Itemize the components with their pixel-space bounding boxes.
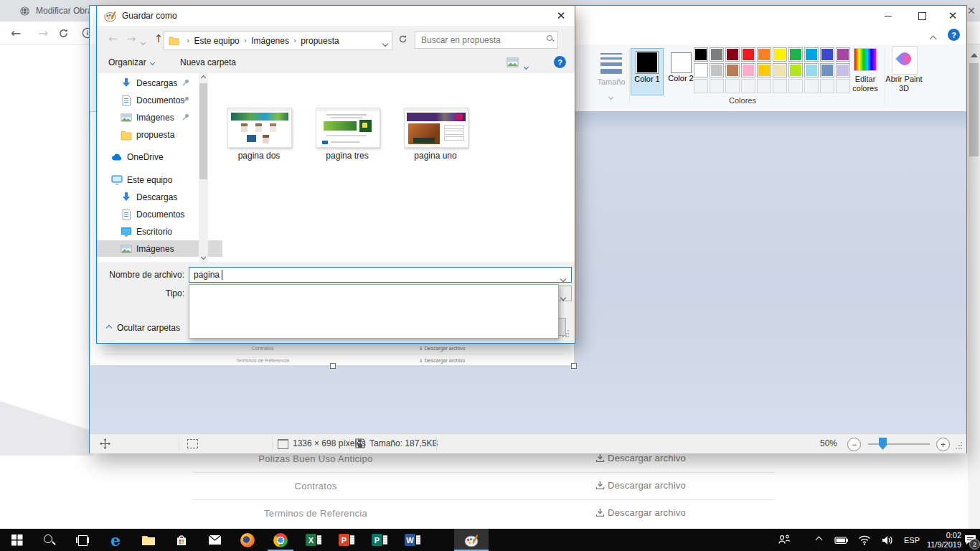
nav-forward-button[interactable]: → [123,30,140,47]
palette-color[interactable] [758,64,771,77]
dialog-close-button[interactable]: ✕ [547,6,575,26]
people-button[interactable] [772,529,796,551]
paint-taskbar-button[interactable] [454,529,489,551]
breadcrumb-item[interactable]: propuesta [301,36,339,46]
file-name[interactable]: pagina dos [220,151,298,161]
breadcrumb-dropdown-icon[interactable] [383,38,387,48]
zoom-out-button[interactable]: − [847,438,861,451]
palette-color[interactable] [773,64,786,77]
sidebar-item-onedrive[interactable]: OneDrive [97,149,213,165]
excel-button[interactable]: X [299,529,328,551]
scroll-up-arrow[interactable] [971,53,978,57]
edge-button[interactable]: e [101,529,130,551]
color2-button[interactable]: Color 2 [665,49,697,95]
nav-back-button[interactable]: ← [104,30,121,47]
palette-color[interactable] [742,64,755,77]
palette-color[interactable] [805,48,818,61]
file-thumbnail-pagina-uno[interactable] [404,108,468,148]
view-options-dropdown-icon[interactable] [524,61,528,71]
palette-empty-slot[interactable] [726,80,739,93]
palette-color[interactable] [821,48,834,61]
breadcrumb-item[interactable]: Imágenes [251,36,289,46]
maximize-button[interactable] [905,6,938,26]
file-thumbnail-pagina-tres[interactable] [316,108,380,148]
browser-scrollbar[interactable] [968,44,980,529]
palette-color[interactable] [821,64,834,77]
task-view-button[interactable] [68,529,97,551]
download-link[interactable]: Descargar archivo [580,480,702,491]
filename-suggestions-dropdown[interactable] [189,284,559,339]
file-explorer-button[interactable] [134,529,163,551]
palette-color[interactable] [758,48,771,61]
refresh-button[interactable] [394,30,411,47]
canvas-resize-handle-bottom[interactable] [330,363,336,369]
browser-forward-button[interactable]: → [35,25,51,41]
scrollbar-thumb[interactable] [199,83,207,179]
palette-color[interactable] [773,48,786,61]
chrome-button[interactable] [266,529,295,551]
filename-dropdown-icon[interactable] [561,273,565,283]
mail-button[interactable] [200,529,229,551]
taskbar-search-button[interactable] [35,529,64,551]
start-button[interactable] [2,529,31,551]
palette-color[interactable] [694,48,707,61]
breadcrumb[interactable]: › Este equipo › Imágenes › propuesta [164,31,392,50]
palette-color[interactable] [726,64,739,77]
search-input[interactable] [420,33,541,47]
palette-empty-slot[interactable] [789,80,802,93]
powerpoint-button[interactable]: P [332,529,361,551]
new-folder-button[interactable]: Nueva carpeta [180,57,236,67]
publisher-button[interactable]: P [365,529,394,551]
type-dropdown-icon[interactable] [561,292,565,302]
view-options-icon[interactable] [507,57,519,67]
breadcrumb-item[interactable]: Este equipo [194,36,239,46]
browser-close-button[interactable]: ✕ [967,0,980,22]
close-button[interactable]: ✕ [939,6,966,26]
download-link[interactable]: Descargar archivo [580,453,702,463]
language-indicator[interactable]: ESP [900,529,924,551]
sidebar-item-este-equipo[interactable]: Este equipo [97,171,213,188]
palette-color[interactable] [789,64,802,77]
word-button[interactable]: W [398,529,427,551]
palette-empty-slot[interactable] [694,80,707,93]
palette-color[interactable] [710,64,723,77]
file-name[interactable]: pagina tres [308,151,387,161]
browser-back-button[interactable]: ← [8,25,24,41]
minimize-button[interactable] [872,6,905,26]
browser-reload-button[interactable] [55,25,71,41]
palette-color[interactable] [726,48,739,61]
palette-color[interactable] [805,64,818,77]
file-name[interactable]: pagina uno [396,151,475,161]
canvas-resize-handle-corner[interactable] [571,363,577,369]
organize-button[interactable]: Organizar [108,57,154,67]
palette-empty-slot[interactable] [710,80,723,93]
file-thumbnail-pagina-dos[interactable] [227,108,292,148]
filename-input[interactable]: pagina [189,267,572,283]
scroll-down-icon[interactable] [199,253,208,262]
battery-icon[interactable] [831,529,852,551]
hide-folders-button[interactable]: Ocultar carpetas [107,323,180,333]
help-icon[interactable]: ? [948,29,960,41]
palette-empty-slot[interactable] [773,80,786,93]
palette-color[interactable] [837,48,849,61]
palette-empty-slot[interactable] [821,80,834,93]
dialog-help-icon[interactable]: ? [554,56,566,68]
wifi-icon[interactable] [854,529,875,551]
recent-locations-icon[interactable] [141,37,145,47]
palette-empty-slot[interactable] [742,80,755,93]
palette-color[interactable] [694,64,707,77]
zoom-in-button[interactable]: + [936,438,950,451]
palette-empty-slot[interactable] [805,80,818,93]
firefox-button[interactable] [233,529,262,551]
palette-empty-slot[interactable] [758,80,771,93]
window-resize-grip[interactable] [955,442,962,449]
clock[interactable]: 0:02 11/9/2019 [924,529,964,551]
sidebar-scrollbar[interactable] [199,73,208,262]
palette-color[interactable] [710,48,723,61]
color1-button[interactable]: Color 1 [631,49,663,95]
download-link[interactable]: Descargar archivo [580,507,702,518]
scroll-up-icon[interactable] [199,73,208,83]
palette-color[interactable] [789,48,802,61]
tray-expand-button[interactable] [808,529,829,551]
volume-icon[interactable] [877,529,898,551]
